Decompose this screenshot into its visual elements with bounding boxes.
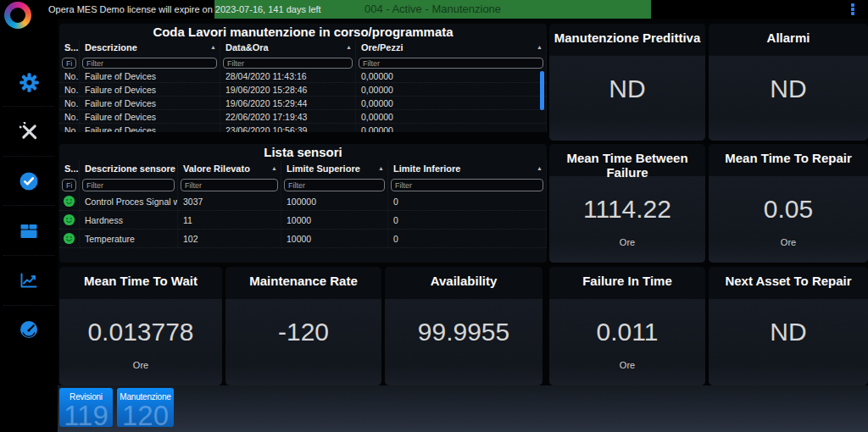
sort-arrow-icon: ▲ (537, 165, 542, 171)
table-row[interactable]: No... Failure of Devices 28/04/2020 11:4… (59, 69, 547, 83)
menu-ellipsis-icon[interactable] (851, 3, 856, 15)
kpi-unit: Ore (549, 360, 705, 370)
cell: No... (59, 83, 80, 97)
kpi-value: ND (709, 75, 868, 103)
cell: 19/06/2020 15:28:46 (220, 83, 356, 97)
sort-arrow-icon: ▲ (378, 165, 384, 171)
smiley-happy-icon (63, 213, 75, 226)
column-header-descrizione[interactable]: Descrizione▲ (80, 41, 220, 53)
top-bar: 004 - Active - Manutenzione Opera MES De… (0, 0, 868, 19)
package-icon (19, 221, 39, 241)
dashboard-root: 004 - Active - Manutenzione Opera MES De… (0, 0, 868, 432)
kpi-title: Availability (385, 274, 542, 288)
cell: 102 (178, 230, 281, 248)
column-header-limite-inferiore[interactable]: Limite Inferiore▲ (388, 161, 547, 175)
column-label: Descrizione sensore (85, 163, 175, 174)
kpi-value: 1114.22 (549, 195, 705, 224)
filter-input[interactable] (181, 179, 278, 191)
column-label: Valore Rilevato (183, 163, 250, 174)
table-row[interactable]: Temperature 102 10000 0 (59, 230, 547, 248)
kpi-unit: Ore (709, 237, 868, 247)
cell: 3037 (178, 192, 281, 211)
sensors-filter-row (59, 175, 547, 192)
cell: No... (59, 97, 80, 110)
cell: Failure of Devices (80, 83, 220, 97)
cell: 10000 (281, 230, 388, 248)
sidebar-item-warehouse[interactable] (0, 219, 58, 244)
sidebar-item-analytics[interactable] (0, 268, 58, 293)
column-header-orepezzi[interactable]: Ore/Pezzi▲ (356, 41, 547, 53)
sort-arrow-icon: ▲ (537, 44, 542, 50)
kpi-card-mtbf: Mean Time Between Failure 1114.22 Ore (549, 144, 705, 263)
column-header-stato[interactable]: S...▲ (59, 41, 80, 53)
kpi-value: ND (549, 75, 705, 103)
cell: 19/06/2020 15:29:44 (220, 97, 356, 110)
gear-icon (19, 73, 39, 92)
kpi-value: 0.013778 (59, 318, 222, 346)
work-queue-panel: Coda Lavori manutenzione in corso/progra… (59, 24, 547, 132)
sensors-panel: Lista sensori S...▲ Descrizione sensore▲… (59, 144, 547, 263)
sidebar-item-performance[interactable] (0, 317, 58, 342)
table-row[interactable]: Control Proces Signal with L... 3037 100… (59, 192, 547, 211)
filter-input[interactable] (62, 58, 76, 69)
cell: 0,00000 (356, 69, 547, 83)
column-header-limite-superiore[interactable]: Limite Superiore▲ (281, 161, 388, 175)
cell: 0,00000 (356, 110, 547, 124)
sort-arrow-icon: ▲ (346, 44, 352, 50)
divider (3, 106, 54, 107)
cell: No... (59, 69, 80, 83)
filter-input[interactable] (62, 179, 76, 191)
filter-input[interactable] (284, 179, 385, 191)
filter-input[interactable] (359, 58, 543, 69)
tab-count: 119 (59, 400, 113, 427)
table-row[interactable]: No... Failure of Devices 23/06/2020 10:5… (59, 124, 547, 132)
tab-count: 120 (117, 400, 174, 427)
sort-arrow-icon: ▲ (210, 44, 216, 50)
column-header-valore-rilevato[interactable]: Valore Rilevato▲ (178, 161, 281, 175)
table-row[interactable]: No... Failure of Devices 22/06/2020 17:1… (59, 110, 547, 124)
filter-input[interactable] (82, 58, 217, 69)
chart-icon (19, 270, 39, 291)
filter-input[interactable] (82, 179, 175, 191)
filter-input[interactable] (223, 58, 353, 69)
sidebar-item-tasks[interactable] (0, 169, 58, 194)
smiley-happy-icon (63, 232, 75, 245)
column-label: S... (64, 163, 79, 174)
cell: Failure of Devices (80, 69, 220, 83)
gauge-icon (19, 319, 39, 340)
kpi-title: Mean Time Between Failure (549, 151, 705, 180)
sidebar-item-tools[interactable] (0, 119, 58, 144)
column-header-stato[interactable]: S...▲ (59, 161, 80, 175)
tab-manutenzione[interactable]: Manutenzione 120 (117, 388, 174, 427)
kpi-card-failure-in-time: Failure In Time 0.011 Ore (549, 267, 705, 385)
cell: Control Proces Signal with L... (80, 192, 178, 211)
kpi-title: Manutenzione Predittiva (549, 30, 705, 45)
kpi-title: Failure In Time (549, 274, 705, 288)
cell: 11 (178, 211, 281, 230)
cell: Temperature (80, 230, 178, 248)
kpi-card-availability: Availability 99.9955 (385, 267, 542, 385)
divider (3, 305, 54, 306)
filter-input[interactable] (391, 179, 543, 191)
column-label: Limite Superiore (287, 163, 360, 174)
kpi-card-mttr: Mean Time To Repair 0.05 Ore (709, 144, 868, 263)
scrollbar-thumb[interactable] (540, 71, 544, 110)
cell: Failure of Devices (80, 124, 220, 132)
cell: 0 (388, 192, 547, 211)
work-queue-body: No... Failure of Devices 28/04/2020 11:4… (59, 69, 547, 132)
table-row[interactable]: Hardness 11 10000 0 (59, 211, 547, 230)
cell: Failure of Devices (80, 110, 220, 124)
table-row[interactable]: No... Failure of Devices 19/06/2020 15:2… (59, 97, 547, 110)
column-header-dataora[interactable]: Data&Ora▲ (220, 41, 356, 53)
sensors-header: S...▲ Descrizione sensore▲ Valore Rileva… (59, 161, 547, 175)
kpi-card-allarmi: Allarmi ND (709, 24, 868, 141)
cell: 0 (388, 230, 547, 248)
table-row[interactable]: No... Failure of Devices 19/06/2020 15:2… (59, 83, 547, 97)
tab-revisioni[interactable]: Revisioni 119 (59, 388, 113, 427)
sidebar (0, 19, 58, 432)
kpi-value: ND (709, 318, 868, 346)
sidebar-item-settings[interactable] (0, 69, 58, 95)
column-header-descrizione-sensore[interactable]: Descrizione sensore▲ (80, 161, 178, 175)
sensors-title: Lista sensori (59, 144, 547, 161)
kpi-card-maintenance-rate: Maintenance Rate -120 (225, 267, 381, 385)
